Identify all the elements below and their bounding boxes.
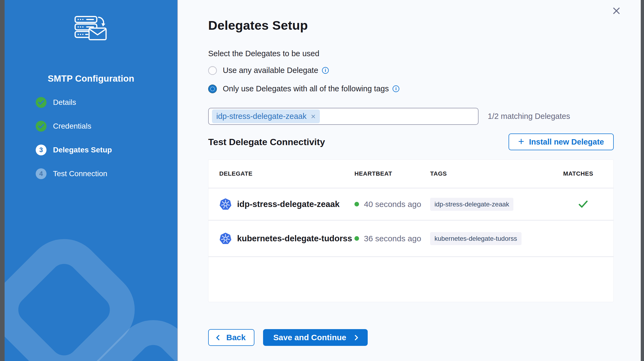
step-test-connection[interactable]: 4 Test Connection bbox=[36, 166, 112, 181]
page-title: Delegates Setup bbox=[208, 18, 308, 33]
radio-selected-icon[interactable] bbox=[208, 85, 217, 93]
remove-tag-icon[interactable]: × bbox=[311, 112, 316, 121]
tag-selection-row: idp-stress-delegate-zeaak × 1/2 matching… bbox=[208, 108, 570, 125]
smtp-configuration-modal: SMTP Configuration Details Credentials 3… bbox=[5, 0, 641, 361]
back-button[interactable]: Back bbox=[208, 329, 254, 346]
install-button-label: Install new Delegate bbox=[529, 138, 604, 146]
kubernetes-icon bbox=[219, 232, 232, 245]
delegates-setup-panel: Delegates Setup Select the Delegates to … bbox=[178, 0, 641, 361]
page-subtitle: Select the Delegates to be used bbox=[208, 49, 319, 58]
table-header-row: DELEGATE HEARTBEAT TAGS MATCHES bbox=[208, 160, 613, 188]
wizard-sidebar: SMTP Configuration Details Credentials 3… bbox=[5, 0, 178, 361]
delegate-tags-input[interactable]: idp-stress-delegate-zeaak × bbox=[208, 108, 479, 125]
heartbeat-text: 36 seconds ago bbox=[364, 234, 421, 243]
step-number-badge: 4 bbox=[36, 168, 47, 179]
tag-chip: idp-stress-delegate-zeaak × bbox=[212, 109, 320, 123]
step-label: Delegates Setup bbox=[53, 146, 112, 154]
matching-delegates-count: 1/2 matching Delegates bbox=[488, 112, 570, 121]
save-and-continue-button[interactable]: Save and Continue bbox=[263, 329, 368, 346]
back-button-label: Back bbox=[226, 333, 246, 342]
delegates-table: DELEGATE HEARTBEAT TAGS MATCHES bbox=[208, 159, 614, 302]
step-label: Details bbox=[53, 98, 76, 107]
column-header-tags: TAGS bbox=[430, 170, 563, 177]
check-icon bbox=[579, 200, 588, 208]
step-label: Test Connection bbox=[53, 169, 107, 178]
step-credentials[interactable]: Credentials bbox=[36, 119, 112, 133]
delegate-tag: idp-stress-delegate-zeaak bbox=[430, 198, 513, 211]
radio-use-tagged-delegates[interactable]: Only use Delegates with all of the follo… bbox=[208, 84, 399, 93]
table-row[interactable]: idp-stress-delegate-zeaak 40 seconds ago… bbox=[208, 188, 613, 220]
save-button-label: Save and Continue bbox=[273, 333, 346, 342]
wizard-title: SMTP Configuration bbox=[5, 73, 177, 84]
step-details[interactable]: Details bbox=[36, 95, 112, 110]
column-header-heartbeat: HEARTBEAT bbox=[354, 170, 430, 177]
plus-icon: + bbox=[518, 136, 524, 146]
column-header-delegate: DELEGATE bbox=[219, 170, 354, 177]
install-new-delegate-button[interactable]: + Install new Delegate bbox=[509, 133, 614, 150]
step-complete-icon bbox=[36, 97, 47, 108]
step-number-badge: 3 bbox=[36, 145, 47, 155]
delegate-name: idp-stress-delegate-zeaak bbox=[237, 199, 340, 209]
step-complete-icon bbox=[36, 121, 47, 132]
delegate-tag: kubernetes-delegate-tudorss bbox=[430, 232, 522, 245]
wizard-steps: Details Credentials 3 Delegates Setup 4 … bbox=[36, 95, 112, 190]
chevron-left-icon bbox=[216, 335, 222, 340]
radio-label: Only use Delegates with all of the follo… bbox=[223, 84, 389, 93]
radio-label: Use any available Delegate bbox=[223, 66, 318, 75]
step-label: Credentials bbox=[53, 122, 91, 131]
brand-watermark bbox=[5, 234, 178, 361]
smtp-icon bbox=[74, 16, 108, 41]
heartbeat-dot bbox=[354, 202, 359, 206]
radio-use-any-delegate[interactable]: Use any available Delegate i bbox=[208, 66, 329, 75]
step-delegates-setup[interactable]: 3 Delegates Setup bbox=[36, 143, 112, 157]
heartbeat-dot bbox=[354, 236, 359, 241]
table-row[interactable]: kubernetes-delegate-tudorss 36 seconds a… bbox=[208, 220, 613, 256]
column-header-matches: MATCHES bbox=[563, 170, 603, 177]
info-icon[interactable]: i bbox=[322, 67, 329, 74]
close-icon[interactable] bbox=[612, 6, 621, 16]
info-icon[interactable]: i bbox=[393, 85, 399, 92]
heartbeat-text: 40 seconds ago bbox=[364, 200, 421, 209]
kubernetes-icon bbox=[219, 198, 232, 210]
delegate-name: kubernetes-delegate-tudorss bbox=[237, 234, 352, 243]
radio-unselected-icon[interactable] bbox=[208, 66, 217, 75]
table-divider bbox=[208, 256, 613, 257]
chevron-right-icon bbox=[353, 335, 358, 340]
tag-chip-label: idp-stress-delegate-zeaak bbox=[216, 112, 307, 121]
section-title: Test Delegate Connectivity bbox=[208, 137, 325, 147]
